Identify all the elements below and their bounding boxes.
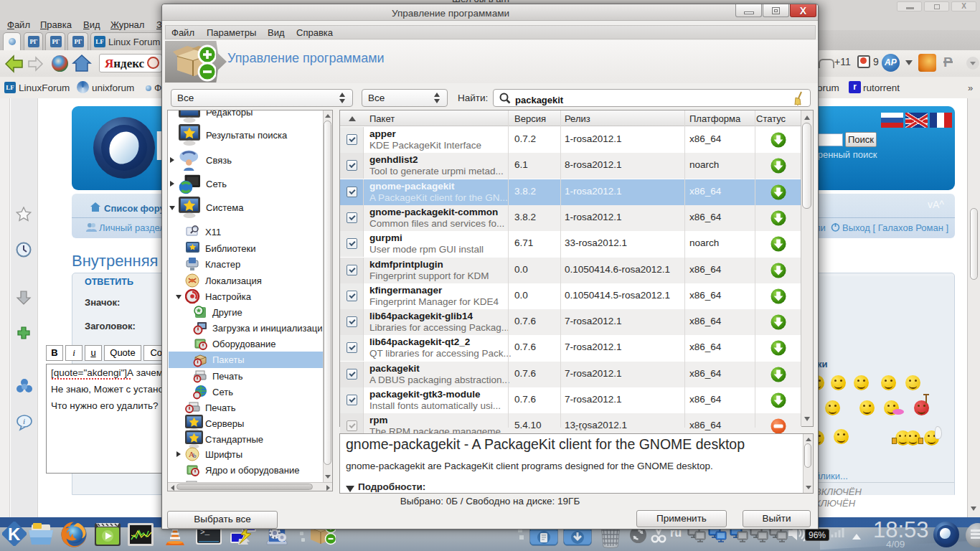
svg-text:i: i: [23, 417, 25, 425]
svg-text:K: K: [8, 524, 21, 544]
